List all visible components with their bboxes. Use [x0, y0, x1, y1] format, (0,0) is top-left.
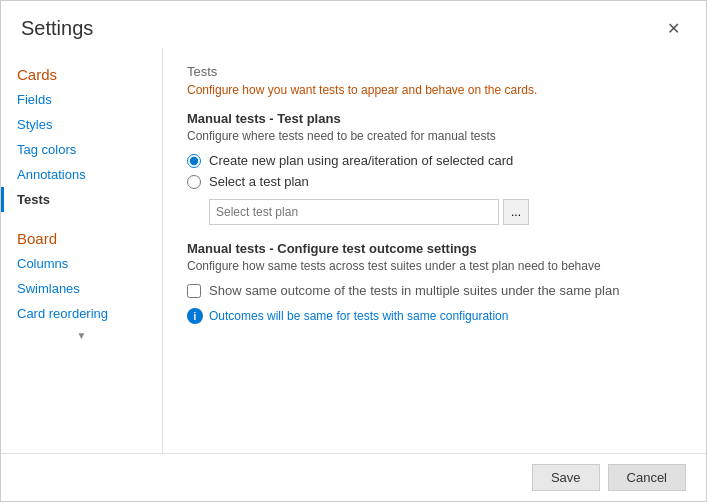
manual-tests-title: Manual tests - Test plans — [187, 111, 682, 126]
info-text: Outcomes will be same for tests with sam… — [209, 309, 508, 323]
sidebar-item-fields[interactable]: Fields — [1, 87, 162, 112]
main-content: Tests Configure how you want tests to ap… — [163, 48, 706, 453]
sidebar-item-tests[interactable]: Tests — [1, 187, 162, 212]
info-icon: i — [187, 308, 203, 324]
sidebar-board-section: Board — [1, 222, 162, 251]
scroll-down-arrow: ▼ — [1, 326, 162, 345]
same-outcome-label: Show same outcome of the tests in multip… — [209, 283, 619, 298]
sidebar-item-columns[interactable]: Columns — [1, 251, 162, 276]
dialog-title: Settings — [21, 17, 93, 40]
radio-option-select-plan: Select a test plan — [187, 174, 682, 189]
section-title: Tests — [187, 64, 682, 79]
radio-create-plan[interactable] — [187, 154, 201, 168]
test-plan-input[interactable] — [209, 199, 499, 225]
dialog-footer: Save Cancel — [1, 453, 706, 501]
save-button[interactable]: Save — [532, 464, 600, 491]
radio-create-plan-label: Create new plan using area/iteration of … — [209, 153, 513, 168]
dialog-header: Settings ✕ — [1, 1, 706, 48]
radio-option-create-plan: Create new plan using area/iteration of … — [187, 153, 682, 168]
sidebar-item-tag-colors[interactable]: Tag colors — [1, 137, 162, 162]
settings-dialog: Settings ✕ Cards Fields Styles Tag color… — [0, 0, 707, 502]
cancel-button[interactable]: Cancel — [608, 464, 686, 491]
test-plan-browse-button[interactable]: ... — [503, 199, 529, 225]
configure-section: Manual tests - Configure test outcome se… — [187, 241, 682, 324]
radio-group-test-plans: Create new plan using area/iteration of … — [187, 153, 682, 189]
configure-title: Manual tests - Configure test outcome se… — [187, 241, 682, 256]
radio-select-plan[interactable] — [187, 175, 201, 189]
configure-desc: Configure how same tests across test sui… — [187, 259, 682, 273]
checkbox-option-same-outcome: Show same outcome of the tests in multip… — [187, 283, 682, 298]
same-outcome-checkbox[interactable] — [187, 284, 201, 298]
sidebar-item-card-reordering[interactable]: Card reordering — [1, 301, 162, 326]
sidebar-item-styles[interactable]: Styles — [1, 112, 162, 137]
sidebar-item-swimlanes[interactable]: Swimlanes — [1, 276, 162, 301]
info-row: i Outcomes will be same for tests with s… — [187, 308, 682, 324]
sidebar: Cards Fields Styles Tag colors Annotatio… — [1, 48, 163, 453]
sidebar-cards-section: Cards — [1, 58, 162, 87]
dialog-body: Cards Fields Styles Tag colors Annotatio… — [1, 48, 706, 453]
test-plan-row: ... — [209, 199, 682, 225]
manual-tests-desc: Configure where tests need to be created… — [187, 129, 682, 143]
radio-select-plan-label: Select a test plan — [209, 174, 309, 189]
sidebar-item-annotations[interactable]: Annotations — [1, 162, 162, 187]
close-button[interactable]: ✕ — [661, 19, 686, 39]
section-description: Configure how you want tests to appear a… — [187, 83, 682, 97]
